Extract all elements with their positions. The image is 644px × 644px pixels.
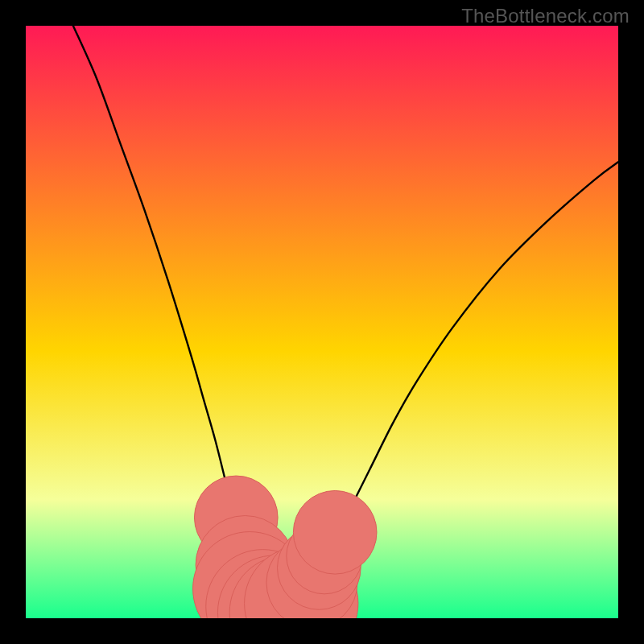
plot-area [26,26,618,618]
watermark-text: TheBottleneck.com [461,5,630,27]
chart-svg [26,26,618,618]
curve-marker [293,490,377,574]
chart-frame: TheBottleneck.com [0,0,644,644]
